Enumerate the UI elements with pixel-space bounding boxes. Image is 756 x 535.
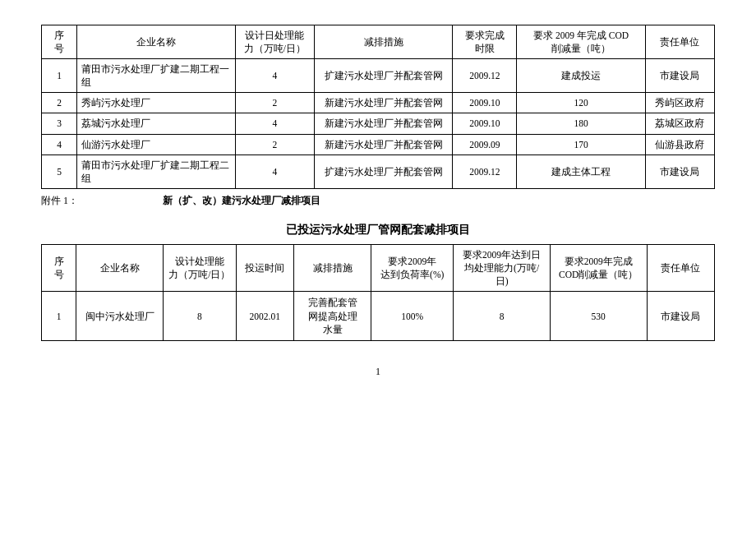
t2-col-seq: 序号 [42, 244, 76, 291]
table1-cell: 120 [517, 93, 645, 113]
table1-cell: 170 [517, 134, 645, 155]
table1-col-seq: 序号 [42, 25, 77, 59]
table1-cell: 荔城污水处理厂 [77, 113, 235, 134]
table2: 序号 企业名称 设计处理能力（万吨/日） 投运时间 减排措施 要求2009年达到… [41, 244, 715, 341]
table1-cell: 建成投运 [517, 59, 645, 93]
table1-cell: 荔城区政府 [645, 113, 714, 134]
table1-cell: 4 [235, 113, 314, 134]
table1-cell: 市建设局 [645, 59, 714, 93]
table1-cell: 180 [517, 113, 645, 134]
table1-col-deadline: 要求完成时限 [453, 25, 517, 59]
table1-col-measures: 减排措施 [314, 25, 452, 59]
table1-cell: 2 [235, 134, 314, 155]
table1-cell: 扩建污水处理厂并配套管网 [314, 59, 452, 93]
table2-cell: 8 [164, 292, 236, 341]
table1-cell: 仙游县政府 [645, 134, 714, 155]
table1-cell: 莆田市污水处理厂扩建二期工程二组 [77, 155, 235, 188]
table2-cell: 市建设局 [647, 292, 714, 341]
t2-col-capacity: 设计处理能力（万吨/日） [164, 244, 236, 291]
table1-cell: 2009.09 [453, 134, 517, 155]
table1-cell: 3 [42, 113, 77, 134]
t2-col-dailycap: 要求2009年达到日均处理能力(万吨/日) [454, 244, 551, 291]
table1-header-row: 序号 企业名称 设计日处理能力（万吨/日） 减排措施 要求完成时限 要求 200… [42, 25, 715, 59]
page-number: 1 [41, 366, 715, 378]
table1-cell: 建成主体工程 [517, 155, 645, 188]
t2-col-measures: 减排措施 [294, 244, 371, 291]
table2-cell: 1 [42, 292, 76, 341]
table1-row: 2秀屿污水处理厂2新建污水处理厂并配套管网2009.10120秀屿区政府 [42, 93, 715, 113]
table1-cell: 仙游污水处理厂 [77, 134, 235, 155]
table2-cell: 100% [371, 292, 454, 341]
t2-col-codreduction: 要求2009年完成COD削减量（吨） [550, 244, 647, 291]
table2-cell: 8 [454, 292, 551, 341]
table1-cell: 莆田市污水处理厂扩建二期工程一组 [77, 59, 235, 93]
table1-cell: 2009.10 [453, 113, 517, 134]
table1-cell: 秀屿污水处理厂 [77, 93, 235, 113]
table2-cell: 完善配套管 网提高处理 水量 [294, 292, 371, 341]
table1-cell: 2 [235, 93, 314, 113]
table1-col-cod: 要求 2009 年完成 COD削减量（吨） [517, 25, 645, 59]
table1-cell: 2 [42, 93, 77, 113]
table1: 序号 企业名称 设计日处理能力（万吨/日） 减排措施 要求完成时限 要求 200… [41, 25, 715, 189]
appendix-title: 新（扩、改）建污水处理厂减排项目 [163, 195, 320, 206]
table1-row: 5莆田市污水处理厂扩建二期工程二组4扩建污水处理厂并配套管网2009.12建成主… [42, 155, 715, 188]
t2-col-responsible: 责任单位 [647, 244, 714, 291]
table2-cell: 2002.01 [236, 292, 294, 341]
table1-cell: 1 [42, 59, 77, 93]
table1-cell: 扩建污水处理厂并配套管网 [314, 155, 452, 188]
t2-col-loadrate: 要求2009年达到负荷率(%) [371, 244, 454, 291]
table1-row: 4仙游污水处理厂2新建污水处理厂并配套管网2009.09170仙游县政府 [42, 134, 715, 155]
table1-cell: 秀屿区政府 [645, 93, 714, 113]
appendix-label: 附件 1： [41, 195, 78, 206]
table1-cell: 新建污水处理厂并配套管网 [314, 113, 452, 134]
table2-cell: 闽中污水处理厂 [76, 292, 164, 341]
table2-row: 1闽中污水处理厂82002.01完善配套管 网提高处理 水量100%8530市建… [42, 292, 715, 341]
table1-col-capacity: 设计日处理能力（万吨/日） [235, 25, 314, 59]
t2-col-startdate: 投运时间 [236, 244, 294, 291]
table2-title: 已投运污水处理厂管网配套减排项目 [41, 223, 715, 238]
table1-cell: 新建污水处理厂并配套管网 [314, 93, 452, 113]
table1-cell: 2009.12 [453, 59, 517, 93]
table1-col-responsible: 责任单位 [645, 25, 714, 59]
table1-cell: 新建污水处理厂并配套管网 [314, 134, 452, 155]
table2-header-row: 序号 企业名称 设计处理能力（万吨/日） 投运时间 减排措施 要求2009年达到… [42, 244, 715, 291]
table1-cell: 4 [235, 59, 314, 93]
table1-cell: 2009.10 [453, 93, 517, 113]
table1-cell: 市建设局 [645, 155, 714, 188]
t2-col-name: 企业名称 [76, 244, 164, 291]
table1-col-name: 企业名称 [77, 25, 235, 59]
table1-cell: 4 [235, 155, 314, 188]
table1-row: 3荔城污水处理厂4新建污水处理厂并配套管网2009.10180荔城区政府 [42, 113, 715, 134]
table1-cell: 2009.12 [453, 155, 517, 188]
table1-cell: 5 [42, 155, 77, 188]
table1-cell: 4 [42, 134, 77, 155]
table2-cell: 530 [550, 292, 647, 341]
table1-row: 1莆田市污水处理厂扩建二期工程一组4扩建污水处理厂并配套管网2009.12建成投… [42, 59, 715, 93]
